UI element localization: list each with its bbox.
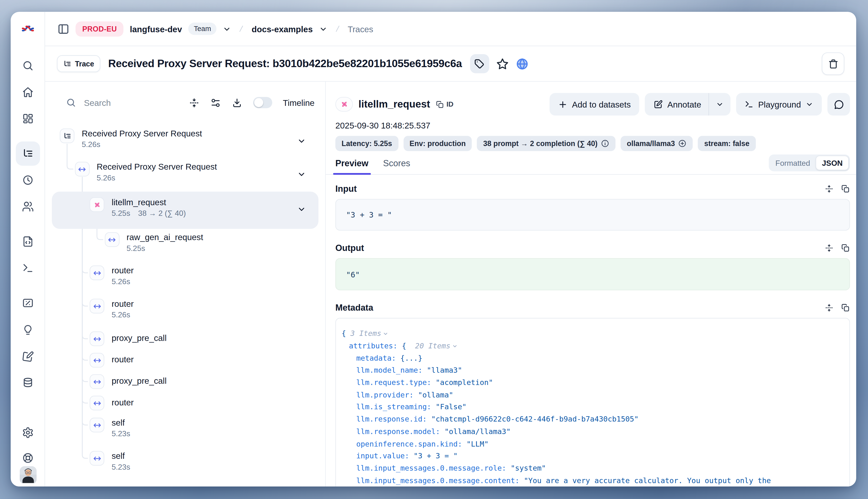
copy-icon[interactable] [841,184,850,193]
metric-badge-text: stream: false [704,139,749,148]
tree-node-router[interactable]: router5.26s [45,295,325,329]
generation-type-badge [335,97,353,112]
tree-node-proxy-pre-call[interactable]: proxy_pre_call [45,329,325,350]
copy-icon[interactable] [841,243,850,252]
pen-icon [653,100,663,109]
delete-trace-button[interactable] [822,52,844,75]
tab-preview[interactable]: Preview [335,158,368,174]
json-line: metadata: {...} [342,352,844,364]
breadcrumb-org[interactable]: langfuse-dev [130,24,182,34]
tree-node-received-proxy-server-request[interactable]: Received Proxy Server Request5.26s [45,125,325,158]
output-value: "6" [335,258,850,290]
sidebar-item-prompts[interactable] [16,230,40,254]
arrows-h-icon [93,302,101,311]
trace-type-badge: Trace [57,55,100,72]
observation-detail-panel: litellm_request ID Add to datasets [326,82,856,486]
sidebar-item-settings[interactable] [16,421,40,445]
download-icon[interactable] [232,97,243,108]
tab-scores[interactable]: Scores [383,158,410,174]
trace-title: Received Proxy Server Request: b3010b422… [108,58,462,70]
span-icon [90,374,105,389]
square-pen-tilt-icon [22,351,34,362]
sidebar-item-evaluation[interactable] [16,344,40,369]
tree-node-self[interactable]: self5.23s [45,414,325,448]
arrows-h-icon [93,334,101,343]
tree-node-label: litellm_request [112,197,186,207]
list-tree-icon [22,148,34,159]
view-settings-icon[interactable] [210,97,221,108]
tree-node-raw-gen-ai-request[interactable]: raw_gen_ai_request5.25s [45,229,325,262]
breadcrumb-section[interactable]: Traces [347,24,373,34]
breadcrumb-project[interactable]: docs-examples [252,24,313,34]
tree-node-router[interactable]: router5.26s [45,262,325,295]
sidebar-item-home[interactable] [16,80,40,105]
sidebar-item-playground[interactable] [16,256,40,280]
copy-id-button[interactable]: ID [436,100,453,109]
timeline-toggle[interactable] [253,97,272,108]
expand-chevron-icon[interactable] [297,205,306,216]
collapse-all-icon[interactable] [189,97,200,108]
sidebar-item-scores[interactable] [16,291,40,315]
copy-icon[interactable] [841,303,850,312]
database-icon [22,377,34,388]
arrows-h-icon [93,454,101,462]
add-to-datasets-button[interactable]: Add to datasets [549,93,639,116]
globe-icon[interactable] [515,57,528,70]
tree-node-label: router [112,355,134,364]
search-icon [66,97,76,108]
annotate-button[interactable]: Annotate [645,93,709,116]
sidebar-item-sessions[interactable] [16,168,40,192]
tree-node-proxy-pre-call[interactable]: proxy_pre_call [45,372,325,393]
chevron-down-icon[interactable] [223,25,231,33]
collapse-section-icon[interactable] [825,303,834,312]
sidebar-item-tracing[interactable] [16,142,40,166]
comments-button[interactable] [827,93,850,116]
sidebar-item-dashboards[interactable] [16,107,40,131]
playground-button[interactable]: Playground [736,93,822,116]
id-label: ID [447,100,453,108]
tree-node-litellm-request[interactable]: litellm_request5.25s38 → 2 (∑ 40) [52,192,319,229]
generation-icon [90,197,105,212]
input-value: "3 + 3 = " [335,199,850,231]
search-input[interactable] [83,97,148,108]
tree-node-router[interactable]: router [45,350,325,372]
tag-button[interactable] [470,54,489,73]
metric-badge: stream: false [698,136,755,151]
panel-toggle-icon[interactable] [58,23,69,35]
span-icon [105,232,119,247]
json-line: llm.input_messages.0.message.role: "syst… [342,462,844,474]
tree-node-self[interactable]: self5.23s [45,448,325,481]
tree-node-duration: 5.26s [112,311,134,319]
format-option-json[interactable]: JSON [816,156,849,170]
avatar[interactable] [20,466,37,484]
metric-badge: ollama/llama3 [621,136,693,151]
metric-badge-text: ollama/llama3 [627,139,675,148]
expand-chevron-icon[interactable] [297,136,306,147]
sidebar-item-users[interactable] [16,194,40,219]
annotate-dropdown-button[interactable] [709,93,730,116]
tree-node-router[interactable]: router [45,393,325,414]
info-icon[interactable] [601,139,609,148]
output-section-header: Output [335,243,850,253]
sidebar-item-search[interactable] [16,54,40,78]
org-type-badge: Team [188,23,217,35]
collapse-node-control[interactable]: 3 Items [350,329,389,338]
tree-node-received-proxy-server-request[interactable]: Received Proxy Server Request5.26s [45,158,325,192]
format-option-formatted[interactable]: Formatted [770,156,816,170]
dashboard-icon [22,113,34,125]
annotate-button-group: Annotate [645,93,730,116]
json-line: { 3 Items [342,327,844,340]
collapse-section-icon[interactable] [825,243,834,252]
collapse-node-control[interactable]: 20 Items [415,342,457,350]
sidebar-item-datasets[interactable] [16,370,40,394]
sidebar-item-insights[interactable] [16,318,40,342]
json-line: llm.response.model: "ollama/llama3" [342,425,844,438]
span-icon [75,162,89,177]
span-icon [90,396,105,411]
circle-plus-icon[interactable] [678,139,687,148]
collapse-section-icon[interactable] [825,184,834,193]
environment-badge[interactable]: PROD-EU [75,21,124,36]
expand-chevron-icon[interactable] [297,169,306,181]
star-icon[interactable] [496,57,509,70]
chevron-down-icon[interactable] [319,25,327,33]
